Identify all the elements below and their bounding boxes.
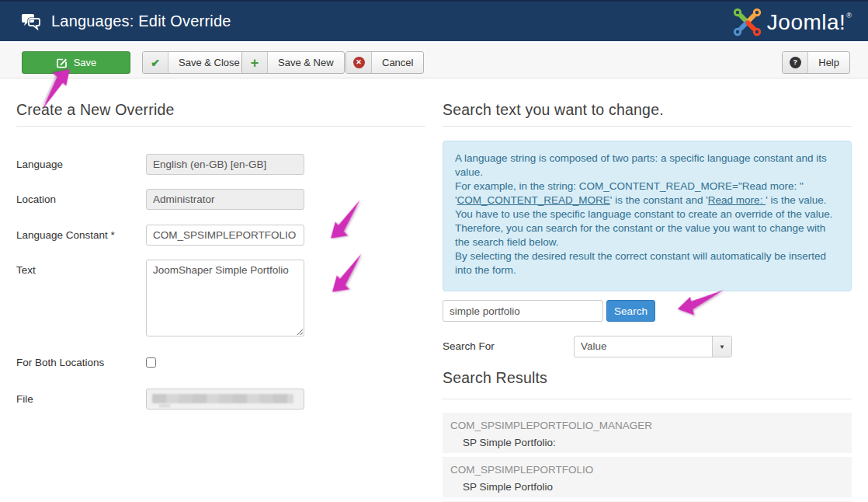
caret-down-icon: ▼: [712, 336, 731, 357]
x-circle-icon: ✕: [353, 57, 365, 68]
save-close-button[interactable]: ✔ Save & Close: [142, 51, 251, 74]
search-button[interactable]: Search: [606, 300, 655, 322]
cancel-label: Cancel: [372, 52, 423, 73]
result-constant: COM_SPSIMPLEPORTFOLIO: [443, 457, 852, 476]
search-result-item[interactable]: COM_SPSIMPLEPORTFOLIO_MANAGER SP Simple …: [443, 413, 852, 453]
search-for-label: Search For: [443, 336, 495, 357]
help-button[interactable]: ? Help: [782, 51, 850, 74]
joomla-admin-window: Languages: Edit Override Joomla! ®: [0, 0, 868, 502]
search-input[interactable]: [443, 300, 603, 322]
save-label: Save: [74, 57, 97, 68]
language-label: Language: [16, 154, 141, 175]
admin-header: Languages: Edit Override Joomla! ®: [0, 0, 868, 41]
save-new-label: Save & New: [268, 52, 344, 73]
search-for-select[interactable]: Value ▼: [574, 336, 732, 357]
page-title: Languages: Edit Override: [51, 12, 231, 30]
text-textarea[interactable]: JoomShaper Simple Portfolio: [146, 260, 304, 336]
text-label: Text: [16, 260, 141, 281]
toolbar: Save ✔ Save & Close + Save & New ✕ Cance…: [0, 43, 868, 78]
result-value: SP Simple Portfolio:: [443, 431, 852, 448]
redacted-text-blur: [152, 394, 293, 403]
joomla-logo-mark: [733, 8, 762, 37]
check-icon: ✔: [151, 58, 160, 68]
info-line: By selecting the desired result the corr…: [455, 249, 839, 277]
divider: [443, 126, 852, 127]
language-input: [146, 154, 304, 175]
search-results-heading: Search Results: [443, 369, 547, 387]
info-line: You have to use the specific language co…: [455, 207, 839, 221]
redacted-text-blur-small: [159, 404, 170, 407]
create-override-panel: Create a New Override Language Location …: [16, 101, 425, 502]
both-locations-checkbox[interactable]: [146, 357, 156, 368]
joomla-logo: Joomla! ®: [733, 2, 852, 43]
help-label: Help: [808, 52, 849, 73]
info-box: A language string is composed of two par…: [443, 141, 852, 291]
registered-mark: ®: [846, 12, 852, 19]
file-label: File: [16, 389, 141, 410]
info-line: 'COM_CONTENT_READ_MORE' is the constant …: [455, 193, 839, 207]
language-constant-input[interactable]: [146, 225, 304, 246]
search-for-value: Value: [575, 336, 712, 357]
save-new-button[interactable]: + Save & New: [241, 51, 345, 74]
save-button[interactable]: Save: [22, 51, 130, 74]
location-label: Location: [16, 189, 141, 210]
question-circle-icon: ?: [790, 57, 801, 68]
search-panel: Search text you want to change. A langua…: [443, 101, 852, 502]
cancel-button[interactable]: ✕ Cancel: [345, 51, 424, 74]
value-example-link: Read more:: [708, 194, 766, 206]
joomla-logo-text: Joomla!: [767, 10, 846, 35]
right-panel-heading: Search text you want to change.: [443, 101, 852, 119]
location-input: [146, 189, 304, 210]
info-line: For example, in the string: COM_CONTENT_…: [455, 180, 839, 193]
search-result-item[interactable]: COM_SPSIMPLEPORTFOLIO SP Simple Portfoli…: [443, 457, 852, 497]
divider: [443, 399, 852, 399]
both-locations-label: For Both Locations: [16, 352, 141, 373]
result-value: SP Simple Portfolio: [443, 476, 852, 493]
file-input-redacted: [146, 389, 304, 410]
comments-icon: [21, 13, 41, 30]
left-panel-heading: Create a New Override: [16, 101, 425, 119]
divider: [16, 126, 425, 127]
language-constant-label: Language Constant *: [16, 225, 141, 246]
result-constant: COM_SPSIMPLEPORTFOLIO_MANAGER: [443, 413, 852, 431]
constant-example-link: COM_CONTENT_READ_MORE: [457, 194, 610, 206]
info-line: A language string is composed of two par…: [455, 152, 839, 180]
info-line: Therefore, you can search for the consta…: [455, 221, 839, 249]
plus-icon: +: [251, 56, 259, 70]
save-close-label: Save & Close: [168, 52, 250, 73]
